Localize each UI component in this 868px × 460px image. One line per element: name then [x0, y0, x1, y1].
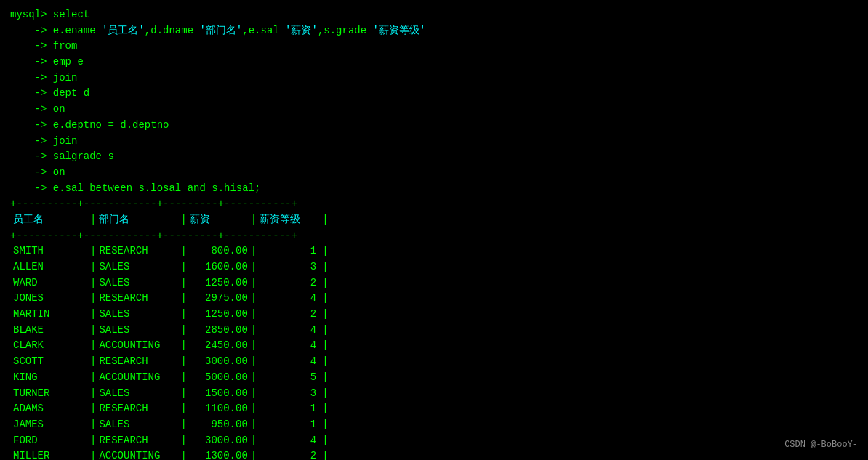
query-line-3: -> from [10, 39, 858, 55]
cell-sal: 1250.00 [187, 275, 251, 291]
cell-ename: SMITH [10, 243, 90, 259]
cell-sal: 1500.00 [187, 386, 251, 402]
table-row: FORD|RESEARCH|3000.00|4| [10, 433, 858, 449]
cell-grade: 4 [257, 354, 322, 370]
query-line-10: -> salgrade s [10, 149, 858, 165]
cell-ename: ADAMS [10, 401, 90, 417]
cell-ename: SCOTT [10, 354, 90, 370]
header-sep3: | [251, 212, 257, 228]
cell-sal: 1600.00 [187, 259, 251, 275]
cell-ename: TURNER [10, 386, 90, 402]
query-line-1: mysql> select [10, 7, 858, 23]
table-row: KING|ACCOUNTING|5000.00|5| [10, 370, 858, 386]
cell-dname: RESEARCH [96, 291, 180, 307]
cell-dname: SALES [96, 307, 180, 323]
header-sep1: | [90, 212, 96, 228]
cell-sal: 1100.00 [187, 401, 251, 417]
table-row: BLAKE|SALES|2850.00|4| [10, 323, 858, 339]
cell-grade: 2 [257, 275, 322, 291]
cell-dname: ACCOUNTING [96, 338, 180, 354]
cell-grade: 3 [257, 259, 322, 275]
cell-grade: 4 [257, 323, 322, 339]
cell-ename: BLAKE [10, 323, 90, 339]
cell-ename: CLARK [10, 338, 90, 354]
cell-grade: 1 [257, 401, 322, 417]
cell-dname: RESEARCH [96, 354, 180, 370]
query-line-2: -> e.ename '员工名',d.dname '部门名',e.sal '薪资… [10, 23, 858, 39]
header-ename: 员工名 [10, 212, 90, 228]
query-line-12: -> e.sal between s.losal and s.hisal; [10, 181, 858, 197]
cell-sal: 2975.00 [187, 291, 251, 307]
cell-sal: 3000.00 [187, 354, 251, 370]
table-border-top: +----------+------------+---------+-----… [10, 196, 858, 212]
table-rows-container: SMITH|RESEARCH|800.00|1|ALLEN|SALES|1600… [10, 243, 858, 460]
table-row: TURNER|SALES|1500.00|3| [10, 386, 858, 402]
cell-sal: 800.00 [187, 243, 251, 259]
cell-grade: 4 [257, 291, 322, 307]
cell-grade: 5 [257, 370, 322, 386]
prompt-1: mysql> [10, 7, 53, 23]
cell-dname: ACCOUNTING [96, 370, 180, 386]
header-dname: 部门名 [96, 212, 180, 228]
table-border-mid: +----------+------------+---------+-----… [10, 228, 858, 244]
cell-sal: 1300.00 [187, 448, 251, 460]
cell-grade: 4 [257, 433, 322, 449]
cell-dname: RESEARCH [96, 401, 180, 417]
cell-ename: MILLER [10, 448, 90, 460]
cell-ename: WARD [10, 275, 90, 291]
table-header-row: 员工名 | 部门名 | 薪资 | 薪资等级 | [10, 212, 858, 228]
query-line-6: -> dept d [10, 86, 858, 102]
cell-ename: KING [10, 370, 90, 386]
cell-grade: 1 [257, 417, 322, 433]
cell-sal: 3000.00 [187, 433, 251, 449]
watermark: CSDN @-BoBooY- [784, 440, 858, 450]
cell-ename: JAMES [10, 417, 90, 433]
table-row: SCOTT|RESEARCH|3000.00|4| [10, 354, 858, 370]
cell-sal: 2850.00 [187, 323, 251, 339]
cell-grade: 1 [257, 243, 322, 259]
query-line-9: -> join [10, 134, 858, 150]
cell-dname: RESEARCH [96, 243, 180, 259]
cell-dname: ACCOUNTING [96, 448, 180, 460]
cell-dname: SALES [96, 417, 180, 433]
header-sep4: | [322, 212, 328, 228]
table-row: MARTIN|SALES|1250.00|2| [10, 307, 858, 323]
cell-grade: 2 [257, 307, 322, 323]
cell-ename: ALLEN [10, 259, 90, 275]
cell-grade: 2 [257, 448, 322, 460]
cell-ename: JONES [10, 291, 90, 307]
header-grade: 薪资等级 [257, 212, 322, 228]
table-row: MILLER|ACCOUNTING|1300.00|2| [10, 448, 858, 460]
cell-dname: SALES [96, 386, 180, 402]
table-row: ADAMS|RESEARCH|1100.00|1| [10, 401, 858, 417]
cell-dname: SALES [96, 323, 180, 339]
cell-dname: SALES [96, 259, 180, 275]
header-sep2: | [180, 212, 186, 228]
cell-dname: RESEARCH [96, 433, 180, 449]
table-row: SMITH|RESEARCH|800.00|1| [10, 243, 858, 259]
cell-grade: 4 [257, 338, 322, 354]
terminal-container: mysql> select -> e.ename '员工名',d.dname '… [10, 7, 858, 460]
cell-ename: FORD [10, 433, 90, 449]
query-line-7: -> on [10, 102, 858, 118]
table-row: JONES|RESEARCH|2975.00|4| [10, 291, 858, 307]
table-row: ALLEN|SALES|1600.00|3| [10, 259, 858, 275]
cell-sal: 950.00 [187, 417, 251, 433]
cell-sal: 2450.00 [187, 338, 251, 354]
table-row: JAMES|SALES|950.00|1| [10, 417, 858, 433]
query-line-5: -> join [10, 70, 858, 86]
cell-dname: SALES [96, 275, 180, 291]
cell-sal: 5000.00 [187, 370, 251, 386]
cell-sal: 1250.00 [187, 307, 251, 323]
cell-ename: MARTIN [10, 307, 90, 323]
arrow-2: -> [10, 23, 53, 39]
header-sal: 薪资 [187, 212, 251, 228]
query-line-11: -> on [10, 165, 858, 181]
query-line-8: -> e.deptno = d.deptno [10, 118, 858, 134]
cell-grade: 3 [257, 386, 322, 402]
table-row: WARD|SALES|1250.00|2| [10, 275, 858, 291]
table-row: CLARK|ACCOUNTING|2450.00|4| [10, 338, 858, 354]
query-line-4: -> emp e [10, 55, 858, 70]
